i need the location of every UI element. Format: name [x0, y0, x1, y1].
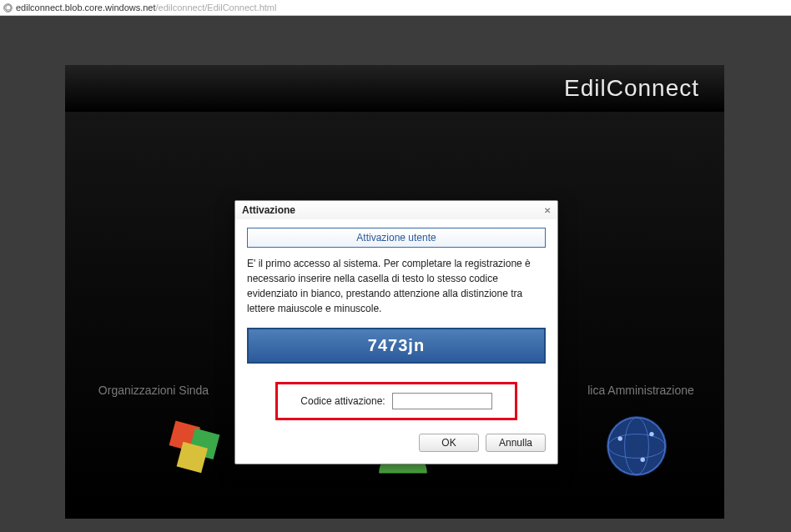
- activation-field-label: Codice attivazione:: [300, 395, 385, 407]
- blocks-icon: [157, 409, 232, 484]
- activation-code-input[interactable]: [392, 393, 492, 409]
- activation-dialog: Attivazione ✕ Attivazione utente E' il p…: [234, 200, 558, 464]
- svg-point-10: [649, 432, 653, 436]
- address-bar[interactable]: edilconnect.blob.core.windows.net /edilc…: [0, 0, 791, 16]
- section-header: Attivazione utente: [247, 228, 546, 248]
- app-stage: EdilConnect Organizzazioni Sinda lica Am…: [65, 65, 724, 519]
- url-host: edilconnect.blob.core.windows.net: [16, 3, 156, 13]
- brand-header: EdilConnect: [65, 65, 724, 112]
- activation-field-highlight: Codice attivazione:: [275, 382, 517, 420]
- dialog-title-text: Attivazione: [242, 204, 295, 216]
- svg-point-5: [607, 416, 667, 476]
- close-icon[interactable]: ✕: [544, 206, 551, 215]
- dialog-message: E' il primo accesso al sistema. Per comp…: [247, 256, 546, 316]
- dialog-titlebar: Attivazione ✕: [235, 201, 557, 219]
- dialog-buttons: OK Annulla: [247, 434, 546, 452]
- dialog-body: Attivazione utente E' il primo accesso a…: [235, 219, 557, 464]
- brand-title: EdilConnect: [564, 75, 699, 101]
- footer-links: [65, 489, 724, 504]
- ok-button[interactable]: OK: [419, 434, 479, 452]
- bg-label-right: lica Amministrazione: [557, 384, 724, 397]
- cancel-button[interactable]: Annulla: [486, 434, 546, 452]
- activation-code-display: 7473jn: [247, 328, 546, 364]
- app-content: Organizzazioni Sinda lica Amministrazion…: [65, 112, 724, 504]
- svg-point-11: [641, 458, 645, 462]
- globe-big-icon: [599, 409, 674, 484]
- svg-point-9: [618, 436, 622, 440]
- globe-icon: [3, 3, 13, 13]
- bg-label-left: Organizzazioni Sinda: [70, 384, 237, 397]
- url-path: /edilconnect/EdilConnect.html: [156, 3, 277, 13]
